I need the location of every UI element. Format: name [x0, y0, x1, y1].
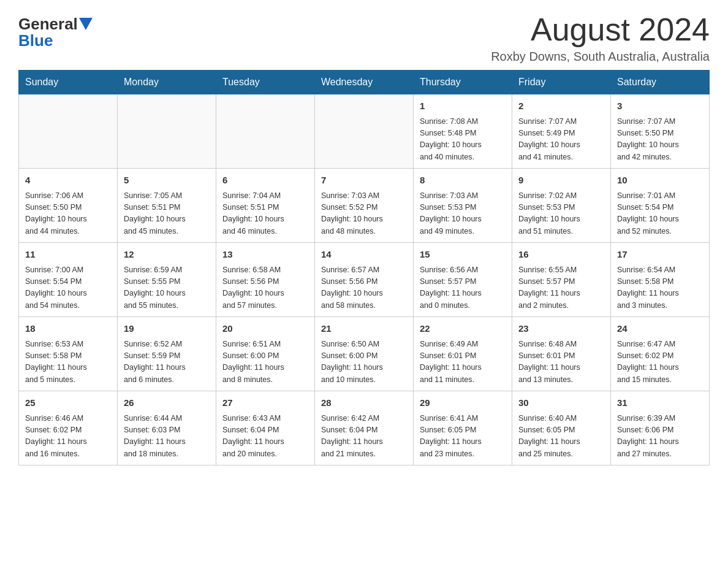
- calendar-cell: 28Sunrise: 6:42 AMSunset: 6:04 PMDayligh…: [315, 391, 414, 465]
- calendar-cell: 31Sunrise: 6:39 AMSunset: 6:06 PMDayligh…: [611, 391, 710, 465]
- calendar-cell: 11Sunrise: 7:00 AMSunset: 5:54 PMDayligh…: [19, 243, 118, 317]
- calendar-cell: 13Sunrise: 6:58 AMSunset: 5:56 PMDayligh…: [216, 243, 315, 317]
- day-number: 20: [222, 322, 308, 336]
- day-number: 6: [222, 174, 308, 188]
- day-number: 9: [518, 174, 604, 188]
- calendar-cell: [118, 94, 216, 169]
- column-header-friday: Friday: [512, 71, 611, 94]
- day-number: 23: [518, 322, 604, 336]
- day-info: Sunrise: 6:48 AMSunset: 6:01 PMDaylight:…: [518, 339, 604, 386]
- day-number: 13: [222, 248, 308, 262]
- day-info: Sunrise: 7:07 AMSunset: 5:49 PMDaylight:…: [518, 116, 604, 164]
- day-info: Sunrise: 6:53 AMSunset: 5:58 PMDaylight:…: [25, 339, 111, 386]
- page-header: General Blue August 2024 Roxby Downs, So…: [18, 12, 710, 64]
- day-number: 11: [25, 248, 111, 262]
- day-info: Sunrise: 6:46 AMSunset: 6:02 PMDaylight:…: [25, 413, 111, 461]
- day-number: 16: [518, 248, 604, 262]
- day-info: Sunrise: 6:59 AMSunset: 5:55 PMDaylight:…: [124, 264, 210, 312]
- day-number: 17: [617, 248, 703, 262]
- calendar-cell: 1Sunrise: 7:08 AMSunset: 5:48 PMDaylight…: [414, 94, 512, 169]
- column-header-wednesday: Wednesday: [315, 71, 414, 94]
- day-number: 4: [25, 174, 111, 188]
- day-info: Sunrise: 7:07 AMSunset: 5:50 PMDaylight:…: [617, 116, 703, 164]
- day-info: Sunrise: 6:41 AMSunset: 6:05 PMDaylight:…: [420, 413, 506, 461]
- calendar-cell: 25Sunrise: 6:46 AMSunset: 6:02 PMDayligh…: [19, 391, 118, 465]
- day-number: 5: [124, 174, 210, 188]
- calendar-cell: [19, 94, 118, 169]
- day-info: Sunrise: 6:57 AMSunset: 5:56 PMDaylight:…: [321, 264, 407, 312]
- column-header-thursday: Thursday: [414, 71, 512, 94]
- day-info: Sunrise: 7:05 AMSunset: 5:51 PMDaylight:…: [124, 190, 210, 238]
- column-header-monday: Monday: [118, 71, 216, 94]
- logo-arrow-icon: [79, 18, 93, 30]
- calendar-cell: 15Sunrise: 6:56 AMSunset: 5:57 PMDayligh…: [414, 243, 512, 317]
- day-number: 14: [321, 248, 407, 262]
- day-info: Sunrise: 6:56 AMSunset: 5:57 PMDaylight:…: [420, 264, 506, 312]
- day-number: 3: [617, 99, 703, 113]
- calendar-cell: 20Sunrise: 6:51 AMSunset: 6:00 PMDayligh…: [216, 317, 315, 391]
- day-number: 12: [124, 248, 210, 262]
- calendar-cell: 12Sunrise: 6:59 AMSunset: 5:55 PMDayligh…: [118, 243, 216, 317]
- day-info: Sunrise: 7:03 AMSunset: 5:53 PMDaylight:…: [420, 190, 506, 238]
- logo-blue-text: Blue: [18, 32, 53, 50]
- day-number: 21: [321, 322, 407, 336]
- calendar-cell: 10Sunrise: 7:01 AMSunset: 5:54 PMDayligh…: [611, 169, 710, 243]
- calendar-cell: 27Sunrise: 6:43 AMSunset: 6:04 PMDayligh…: [216, 391, 315, 465]
- day-number: 26: [124, 396, 210, 410]
- day-info: Sunrise: 6:51 AMSunset: 6:00 PMDaylight:…: [222, 339, 308, 386]
- day-info: Sunrise: 6:43 AMSunset: 6:04 PMDaylight:…: [222, 413, 308, 461]
- day-number: 18: [25, 322, 111, 336]
- column-header-tuesday: Tuesday: [216, 71, 315, 94]
- calendar-cell: 6Sunrise: 7:04 AMSunset: 5:51 PMDaylight…: [216, 169, 315, 243]
- day-info: Sunrise: 6:39 AMSunset: 6:06 PMDaylight:…: [617, 413, 703, 461]
- day-number: 28: [321, 396, 407, 410]
- day-info: Sunrise: 6:58 AMSunset: 5:56 PMDaylight:…: [222, 264, 308, 312]
- day-number: 10: [617, 174, 703, 188]
- day-number: 15: [420, 248, 506, 262]
- calendar-cell: 7Sunrise: 7:03 AMSunset: 5:52 PMDaylight…: [315, 169, 414, 243]
- calendar-cell: 3Sunrise: 7:07 AMSunset: 5:50 PMDaylight…: [611, 94, 710, 169]
- day-info: Sunrise: 6:54 AMSunset: 5:58 PMDaylight:…: [617, 264, 703, 312]
- day-info: Sunrise: 6:42 AMSunset: 6:04 PMDaylight:…: [321, 413, 407, 461]
- calendar-cell: [216, 94, 315, 169]
- day-info: Sunrise: 7:08 AMSunset: 5:48 PMDaylight:…: [420, 116, 506, 164]
- week-row-2: 4Sunrise: 7:06 AMSunset: 5:50 PMDaylight…: [19, 169, 710, 243]
- calendar-cell: 5Sunrise: 7:05 AMSunset: 5:51 PMDaylight…: [118, 169, 216, 243]
- calendar-cell: 17Sunrise: 6:54 AMSunset: 5:58 PMDayligh…: [611, 243, 710, 317]
- day-number: 7: [321, 174, 407, 188]
- day-info: Sunrise: 7:01 AMSunset: 5:54 PMDaylight:…: [617, 190, 703, 238]
- calendar-cell: 16Sunrise: 6:55 AMSunset: 5:57 PMDayligh…: [512, 243, 611, 317]
- calendar-cell: 26Sunrise: 6:44 AMSunset: 6:03 PMDayligh…: [118, 391, 216, 465]
- calendar-cell: 14Sunrise: 6:57 AMSunset: 5:56 PMDayligh…: [315, 243, 414, 317]
- calendar-header-row: SundayMondayTuesdayWednesdayThursdayFrid…: [19, 71, 710, 94]
- calendar-cell: [315, 94, 414, 169]
- day-number: 29: [420, 396, 506, 410]
- day-number: 19: [124, 322, 210, 336]
- calendar-cell: 22Sunrise: 6:49 AMSunset: 6:01 PMDayligh…: [414, 317, 512, 391]
- week-row-3: 11Sunrise: 7:00 AMSunset: 5:54 PMDayligh…: [19, 243, 710, 317]
- calendar-cell: 9Sunrise: 7:02 AMSunset: 5:53 PMDaylight…: [512, 169, 611, 243]
- day-number: 24: [617, 322, 703, 336]
- calendar-table: SundayMondayTuesdayWednesdayThursdayFrid…: [18, 70, 710, 465]
- calendar-cell: 19Sunrise: 6:52 AMSunset: 5:59 PMDayligh…: [118, 317, 216, 391]
- svg-marker-0: [79, 18, 93, 30]
- week-row-5: 25Sunrise: 6:46 AMSunset: 6:02 PMDayligh…: [19, 391, 710, 465]
- day-info: Sunrise: 7:00 AMSunset: 5:54 PMDaylight:…: [25, 264, 111, 312]
- day-number: 30: [518, 396, 604, 410]
- location-title: Roxby Downs, South Australia, Australia: [491, 50, 710, 64]
- column-header-saturday: Saturday: [611, 71, 710, 94]
- calendar-cell: 4Sunrise: 7:06 AMSunset: 5:50 PMDaylight…: [19, 169, 118, 243]
- day-info: Sunrise: 6:40 AMSunset: 6:05 PMDaylight:…: [518, 413, 604, 461]
- day-info: Sunrise: 6:49 AMSunset: 6:01 PMDaylight:…: [420, 339, 506, 386]
- calendar-cell: 29Sunrise: 6:41 AMSunset: 6:05 PMDayligh…: [414, 391, 512, 465]
- logo-general-text: General: [18, 15, 78, 33]
- week-row-4: 18Sunrise: 6:53 AMSunset: 5:58 PMDayligh…: [19, 317, 710, 391]
- day-number: 22: [420, 322, 506, 336]
- calendar-cell: 2Sunrise: 7:07 AMSunset: 5:49 PMDaylight…: [512, 94, 611, 169]
- calendar-cell: 21Sunrise: 6:50 AMSunset: 6:00 PMDayligh…: [315, 317, 414, 391]
- day-info: Sunrise: 6:47 AMSunset: 6:02 PMDaylight:…: [617, 339, 703, 386]
- title-area: August 2024 Roxby Downs, South Australia…: [491, 12, 710, 64]
- column-header-sunday: Sunday: [19, 71, 118, 94]
- calendar-cell: 8Sunrise: 7:03 AMSunset: 5:53 PMDaylight…: [414, 169, 512, 243]
- calendar-cell: 24Sunrise: 6:47 AMSunset: 6:02 PMDayligh…: [611, 317, 710, 391]
